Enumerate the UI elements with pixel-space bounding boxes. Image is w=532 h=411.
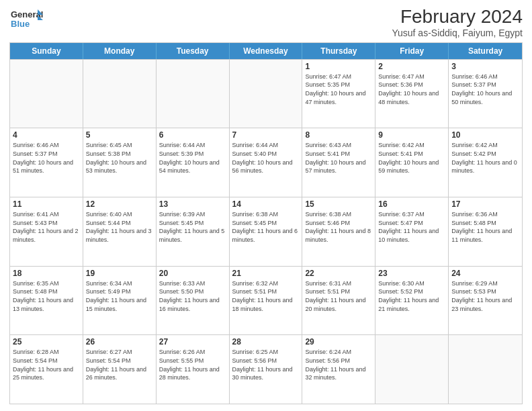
day-info-11: Sunrise: 6:41 AM Sunset: 5:43 PM Dayligh… bbox=[13, 210, 80, 244]
day-cell-10: 10Sunrise: 6:42 AM Sunset: 5:42 PM Dayli… bbox=[449, 128, 522, 197]
calendar-title: February 2024 bbox=[392, 7, 523, 28]
logo: General Blue bbox=[9, 7, 43, 32]
day-cell-24: 24Sunrise: 6:29 AM Sunset: 5:53 PM Dayli… bbox=[449, 267, 522, 335]
calendar-header-row: SundayMondayTuesdayWednesdayThursdayFrid… bbox=[10, 43, 522, 59]
day-number-8: 8 bbox=[305, 130, 372, 140]
day-cell-11: 11Sunrise: 6:41 AM Sunset: 5:43 PM Dayli… bbox=[10, 197, 83, 266]
day-cell-3: 3Sunrise: 6:46 AM Sunset: 5:37 PM Daylig… bbox=[449, 60, 522, 128]
day-number-11: 11 bbox=[13, 199, 80, 209]
week-row-2: 4Sunrise: 6:46 AM Sunset: 5:37 PM Daylig… bbox=[10, 128, 522, 197]
day-number-29: 29 bbox=[305, 337, 372, 347]
day-cell-29: 29Sunrise: 6:24 AM Sunset: 5:56 PM Dayli… bbox=[302, 335, 375, 404]
day-number-22: 22 bbox=[305, 269, 372, 278]
day-number-25: 25 bbox=[13, 337, 80, 347]
day-info-8: Sunrise: 6:43 AM Sunset: 5:41 PM Dayligh… bbox=[305, 141, 372, 175]
day-info-12: Sunrise: 6:40 AM Sunset: 5:44 PM Dayligh… bbox=[86, 210, 153, 244]
calendar-body: 1Sunrise: 6:47 AM Sunset: 5:35 PM Daylig… bbox=[10, 59, 522, 404]
day-number-20: 20 bbox=[159, 269, 226, 278]
day-cell-16: 16Sunrise: 6:37 AM Sunset: 5:47 PM Dayli… bbox=[375, 197, 449, 266]
empty-cell-0-2 bbox=[157, 60, 230, 128]
calendar-page: General Blue February 2024 Yusuf as-Sidd… bbox=[0, 0, 532, 411]
day-info-10: Sunrise: 6:42 AM Sunset: 5:42 PM Dayligh… bbox=[451, 141, 519, 175]
day-number-15: 15 bbox=[305, 199, 372, 209]
day-cell-9: 9Sunrise: 6:42 AM Sunset: 5:41 PM Daylig… bbox=[375, 128, 449, 197]
day-number-18: 18 bbox=[13, 269, 80, 278]
day-number-16: 16 bbox=[378, 199, 445, 209]
day-number-14: 14 bbox=[232, 199, 300, 209]
day-number-19: 19 bbox=[86, 269, 153, 278]
day-number-2: 2 bbox=[378, 62, 445, 71]
day-info-6: Sunrise: 6:44 AM Sunset: 5:39 PM Dayligh… bbox=[159, 141, 226, 175]
header-sunday: Sunday bbox=[10, 43, 83, 59]
day-cell-22: 22Sunrise: 6:31 AM Sunset: 5:51 PM Dayli… bbox=[302, 267, 375, 335]
day-cell-7: 7Sunrise: 6:44 AM Sunset: 5:40 PM Daylig… bbox=[230, 128, 303, 197]
day-info-4: Sunrise: 6:46 AM Sunset: 5:37 PM Dayligh… bbox=[13, 141, 80, 175]
logo-svg: General Blue bbox=[9, 7, 43, 32]
day-cell-18: 18Sunrise: 6:35 AM Sunset: 5:48 PM Dayli… bbox=[10, 267, 83, 335]
day-info-14: Sunrise: 6:38 AM Sunset: 5:45 PM Dayligh… bbox=[232, 210, 300, 244]
day-cell-28: 28Sunrise: 6:25 AM Sunset: 5:56 PM Dayli… bbox=[230, 335, 303, 404]
day-number-12: 12 bbox=[86, 199, 153, 209]
header-tuesday: Tuesday bbox=[157, 43, 230, 59]
empty-cell-4-6 bbox=[449, 335, 522, 404]
day-info-28: Sunrise: 6:25 AM Sunset: 5:56 PM Dayligh… bbox=[232, 348, 300, 381]
week-row-5: 25Sunrise: 6:28 AM Sunset: 5:54 PM Dayli… bbox=[10, 334, 522, 404]
day-info-21: Sunrise: 6:32 AM Sunset: 5:51 PM Dayligh… bbox=[232, 279, 300, 313]
day-cell-5: 5Sunrise: 6:45 AM Sunset: 5:38 PM Daylig… bbox=[83, 128, 157, 197]
day-number-24: 24 bbox=[451, 269, 519, 278]
empty-cell-0-3 bbox=[230, 60, 303, 128]
day-cell-17: 17Sunrise: 6:36 AM Sunset: 5:48 PM Dayli… bbox=[449, 197, 522, 266]
day-info-26: Sunrise: 6:27 AM Sunset: 5:54 PM Dayligh… bbox=[86, 348, 153, 381]
day-number-1: 1 bbox=[305, 62, 372, 71]
day-info-24: Sunrise: 6:29 AM Sunset: 5:53 PM Dayligh… bbox=[451, 279, 519, 313]
day-number-17: 17 bbox=[451, 199, 519, 209]
day-number-9: 9 bbox=[378, 130, 445, 140]
day-cell-27: 27Sunrise: 6:26 AM Sunset: 5:55 PM Dayli… bbox=[157, 335, 230, 404]
week-row-4: 18Sunrise: 6:35 AM Sunset: 5:48 PM Dayli… bbox=[10, 266, 522, 335]
day-number-26: 26 bbox=[86, 337, 153, 347]
day-cell-2: 2Sunrise: 6:47 AM Sunset: 5:36 PM Daylig… bbox=[375, 60, 449, 128]
day-cell-23: 23Sunrise: 6:30 AM Sunset: 5:52 PM Dayli… bbox=[375, 267, 449, 335]
day-cell-13: 13Sunrise: 6:39 AM Sunset: 5:45 PM Dayli… bbox=[157, 197, 230, 266]
day-cell-20: 20Sunrise: 6:33 AM Sunset: 5:50 PM Dayli… bbox=[157, 267, 230, 335]
day-cell-19: 19Sunrise: 6:34 AM Sunset: 5:49 PM Dayli… bbox=[83, 267, 157, 335]
day-number-5: 5 bbox=[86, 130, 153, 140]
header-thursday: Thursday bbox=[302, 43, 375, 59]
header-saturday: Saturday bbox=[449, 43, 522, 59]
day-info-25: Sunrise: 6:28 AM Sunset: 5:54 PM Dayligh… bbox=[13, 348, 80, 381]
day-number-21: 21 bbox=[232, 269, 300, 278]
day-cell-15: 15Sunrise: 6:38 AM Sunset: 5:46 PM Dayli… bbox=[302, 197, 375, 266]
day-info-27: Sunrise: 6:26 AM Sunset: 5:55 PM Dayligh… bbox=[159, 348, 226, 381]
header-wednesday: Wednesday bbox=[230, 43, 303, 59]
day-cell-4: 4Sunrise: 6:46 AM Sunset: 5:37 PM Daylig… bbox=[10, 128, 83, 197]
title-block: February 2024 Yusuf as-Siddiq, Faiyum, E… bbox=[392, 7, 523, 38]
header-friday: Friday bbox=[375, 43, 449, 59]
day-number-23: 23 bbox=[378, 269, 445, 278]
empty-cell-0-0 bbox=[10, 60, 83, 128]
day-info-15: Sunrise: 6:38 AM Sunset: 5:46 PM Dayligh… bbox=[305, 210, 372, 244]
day-info-2: Sunrise: 6:47 AM Sunset: 5:36 PM Dayligh… bbox=[378, 73, 445, 106]
calendar-subtitle: Yusuf as-Siddiq, Faiyum, Egypt bbox=[392, 28, 523, 38]
day-number-13: 13 bbox=[159, 199, 226, 209]
empty-cell-0-1 bbox=[83, 60, 157, 128]
day-number-3: 3 bbox=[451, 62, 519, 71]
week-row-1: 1Sunrise: 6:47 AM Sunset: 5:35 PM Daylig… bbox=[10, 59, 522, 128]
calendar: SundayMondayTuesdayWednesdayThursdayFrid… bbox=[9, 42, 523, 404]
day-info-18: Sunrise: 6:35 AM Sunset: 5:48 PM Dayligh… bbox=[13, 279, 80, 313]
day-info-1: Sunrise: 6:47 AM Sunset: 5:35 PM Dayligh… bbox=[305, 73, 372, 106]
header-monday: Monday bbox=[83, 43, 157, 59]
day-cell-14: 14Sunrise: 6:38 AM Sunset: 5:45 PM Dayli… bbox=[230, 197, 303, 266]
day-info-16: Sunrise: 6:37 AM Sunset: 5:47 PM Dayligh… bbox=[378, 210, 445, 244]
day-number-27: 27 bbox=[159, 337, 226, 347]
day-cell-26: 26Sunrise: 6:27 AM Sunset: 5:54 PM Dayli… bbox=[83, 335, 157, 404]
day-info-17: Sunrise: 6:36 AM Sunset: 5:48 PM Dayligh… bbox=[451, 210, 519, 244]
day-info-29: Sunrise: 6:24 AM Sunset: 5:56 PM Dayligh… bbox=[305, 348, 372, 381]
day-number-28: 28 bbox=[232, 337, 300, 347]
day-info-20: Sunrise: 6:33 AM Sunset: 5:50 PM Dayligh… bbox=[159, 279, 226, 313]
day-number-4: 4 bbox=[13, 130, 80, 140]
day-info-7: Sunrise: 6:44 AM Sunset: 5:40 PM Dayligh… bbox=[232, 141, 300, 175]
day-info-13: Sunrise: 6:39 AM Sunset: 5:45 PM Dayligh… bbox=[159, 210, 226, 244]
day-cell-6: 6Sunrise: 6:44 AM Sunset: 5:39 PM Daylig… bbox=[157, 128, 230, 197]
day-cell-12: 12Sunrise: 6:40 AM Sunset: 5:44 PM Dayli… bbox=[83, 197, 157, 266]
day-info-22: Sunrise: 6:31 AM Sunset: 5:51 PM Dayligh… bbox=[305, 279, 372, 313]
